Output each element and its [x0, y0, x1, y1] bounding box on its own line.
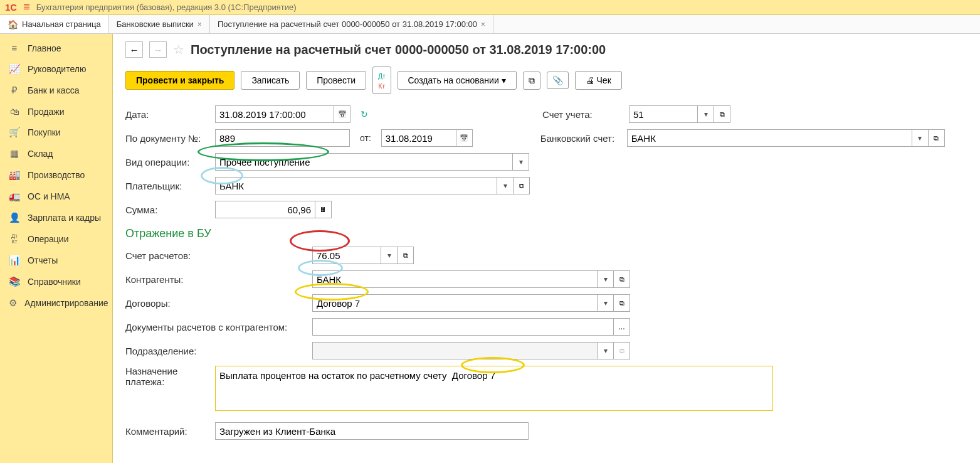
sidebar: ≡Главное 📈Руководителю ₽Банк и касса 🛍Пр…	[0, 34, 113, 463]
logo-1c: 1C	[5, 2, 17, 13]
sidebar-item-label: Зарплата и кадры	[28, 213, 101, 223]
sidebar-item-label: Главное	[28, 43, 61, 53]
expand-icon[interactable]	[929, 129, 945, 147]
chevron-down-icon[interactable]	[698, 105, 714, 123]
sidebar-item-operations[interactable]: Дт КтОперации	[0, 228, 112, 250]
sidebar-item-reports[interactable]: 📊Отчеты	[0, 250, 112, 271]
sidebar-item-os-nma[interactable]: 🚛ОС и НМА	[0, 186, 112, 207]
close-icon[interactable]: ×	[198, 20, 202, 29]
purpose-textarea[interactable]	[215, 366, 773, 411]
op-type-label: Вид операции:	[125, 157, 210, 168]
refresh-icon[interactable]: ↻	[361, 109, 368, 119]
sidebar-item-production[interactable]: 🏭Производство	[0, 164, 112, 186]
post-button[interactable]: Провести	[306, 71, 366, 90]
sum-label: Сумма:	[125, 205, 210, 215]
calendar-icon[interactable]	[456, 129, 473, 147]
create-based-button[interactable]: Создать на основании	[398, 71, 517, 90]
contracts-label: Договоры:	[125, 298, 307, 309]
expand-icon[interactable]	[614, 270, 630, 288]
content-area: ← → ☆ Поступление на расчетный счет 0000…	[113, 34, 980, 463]
list-icon: ≡	[9, 43, 20, 53]
payer-input[interactable]	[215, 177, 497, 194]
cart-icon: 🛒	[9, 127, 20, 138]
sidebar-item-bank[interactable]: ₽Банк и касса	[0, 80, 112, 101]
sidebar-item-warehouse[interactable]: ▦Склад	[0, 143, 112, 164]
close-icon[interactable]: ×	[481, 20, 485, 29]
comment-input[interactable]	[215, 422, 529, 440]
sidebar-item-label: Операции	[28, 234, 69, 244]
counterparty-label: Контрагенты:	[125, 274, 307, 285]
op-type-input[interactable]	[215, 153, 513, 171]
account-label: Счет учета:	[542, 109, 624, 120]
sidebar-item-label: Продажи	[28, 107, 64, 117]
forward-button[interactable]: →	[149, 41, 167, 58]
dtkt-button[interactable]: ДтКт	[372, 67, 391, 94]
section-title-bu: Отражение в БУ	[125, 227, 967, 240]
menu-icon[interactable]: ≡	[23, 1, 30, 14]
star-icon[interactable]: ☆	[173, 42, 184, 57]
sidebar-item-admin[interactable]: ⚙Администрирование	[0, 292, 112, 314]
sidebar-item-label: Производство	[28, 170, 85, 180]
purpose-label: Назначение платежа:	[125, 366, 210, 387]
sidebar-item-label: ОС и НМА	[28, 191, 70, 201]
docdate-input[interactable]	[381, 129, 456, 147]
docnum-label: По документу №:	[125, 133, 210, 144]
chevron-down-icon	[598, 342, 614, 359]
app-title: Бухгалтерия предприятия (базовая), редак…	[36, 3, 297, 12]
ellipsis-icon[interactable]	[614, 318, 630, 336]
gear-icon: ⚙	[9, 297, 17, 309]
docnum-input[interactable]	[215, 129, 350, 147]
date-input[interactable]	[215, 105, 334, 123]
calendar-icon[interactable]	[334, 105, 350, 123]
counterparty-input[interactable]	[312, 270, 598, 288]
expand-icon[interactable]	[514, 177, 530, 194]
account-input[interactable]	[629, 105, 698, 123]
structure-button[interactable]: ⧉	[523, 72, 540, 90]
back-button[interactable]: ←	[125, 41, 143, 58]
save-button[interactable]: Записать	[241, 71, 300, 90]
chevron-down-icon[interactable]	[497, 177, 514, 194]
sum-input[interactable]	[215, 201, 315, 218]
tab-bank-statements[interactable]: Банковские выписки ×	[109, 15, 210, 33]
calculator-icon[interactable]	[315, 201, 332, 218]
barchart-icon: 📊	[9, 255, 20, 266]
comment-label: Комментарий:	[125, 426, 210, 437]
chevron-down-icon[interactable]	[598, 270, 614, 288]
grid-icon: ▦	[9, 148, 20, 159]
post-close-button[interactable]: Провести и закрыть	[125, 71, 234, 90]
division-input	[312, 342, 598, 359]
chevron-down-icon[interactable]	[912, 129, 929, 147]
settle-docs-label: Документы расчетов с контрагентом:	[125, 322, 307, 333]
chevron-down-icon[interactable]	[513, 153, 529, 171]
contracts-input[interactable]	[312, 294, 598, 312]
page-title: Поступление на расчетный счет 0000-00005…	[191, 43, 606, 57]
check-button[interactable]: 🖨 Чек	[575, 71, 622, 90]
chevron-down-icon[interactable]	[598, 294, 614, 312]
sidebar-item-manager[interactable]: 📈Руководителю	[0, 58, 112, 80]
sidebar-item-label: Отчеты	[28, 255, 58, 265]
tab-home[interactable]: 🏠 Начальная страница	[0, 15, 109, 33]
expand-icon[interactable]	[714, 105, 730, 123]
sidebar-item-main[interactable]: ≡Главное	[0, 38, 112, 58]
settle-account-input[interactable]	[312, 247, 381, 264]
attach-button[interactable]: 📎	[547, 72, 569, 89]
tab-label: Банковские выписки	[117, 19, 194, 29]
settle-docs-input[interactable]	[312, 318, 614, 336]
expand-icon[interactable]	[398, 247, 414, 264]
toolbar: Провести и закрыть Записать Провести ДтК…	[125, 67, 967, 94]
sidebar-item-purchases[interactable]: 🛒Покупки	[0, 122, 112, 143]
sidebar-item-label: Банк и касса	[28, 85, 79, 95]
tab-label: Поступление на расчетный счет 0000-00005…	[218, 19, 477, 29]
tab-receipt[interactable]: Поступление на расчетный счет 0000-00005…	[210, 15, 493, 33]
dtkt-icon: Дт Кт	[9, 233, 20, 245]
sidebar-item-label: Склад	[28, 149, 53, 159]
chevron-down-icon[interactable]	[381, 247, 398, 264]
sidebar-item-salary[interactable]: 👤Зарплата и кадры	[0, 207, 112, 228]
sidebar-item-directories[interactable]: 📚Справочники	[0, 271, 112, 292]
bank-account-input[interactable]	[627, 129, 912, 147]
books-icon: 📚	[9, 276, 20, 287]
expand-icon[interactable]	[614, 294, 630, 312]
bank-account-label: Банковский счет:	[540, 133, 622, 144]
sidebar-item-sales[interactable]: 🛍Продажи	[0, 101, 112, 122]
ruble-icon: ₽	[9, 85, 20, 96]
